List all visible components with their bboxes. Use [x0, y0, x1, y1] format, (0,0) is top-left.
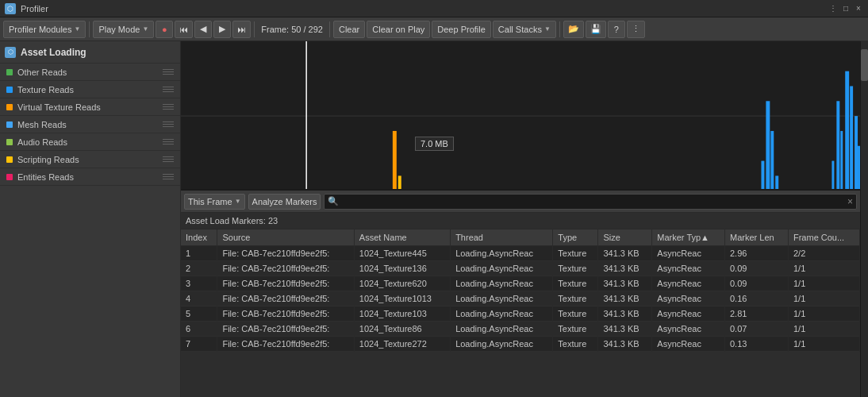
table-row[interactable]: 7File: CAB-7ec210ffd9ee2f5:1024_Texture2…: [181, 337, 860, 352]
table-cell: Loading.AsyncReac: [451, 246, 553, 261]
table-cell: 341.3 KB: [598, 337, 652, 352]
load-button[interactable]: 📂: [563, 21, 584, 38]
col-marker-len: Marker Len: [725, 229, 789, 246]
table-cell: Loading.AsyncReac: [451, 261, 553, 276]
table-row[interactable]: 3File: CAB-7ec210ffd9ee2f5:1024_Texture6…: [181, 276, 860, 291]
title-bar-left: ⬡ Profiler: [5, 3, 48, 14]
chart-scrollbar[interactable]: [860, 41, 868, 397]
legend-item[interactable]: Audio Reads: [0, 133, 180, 151]
table-container[interactable]: Index Source Asset Name Thread Type Size…: [181, 229, 860, 395]
table-cell: File: CAB-7ec210ffd9ee2f5:: [217, 306, 354, 322]
search-clear-icon[interactable]: ×: [847, 196, 853, 207]
table-cell: 1/1: [788, 337, 859, 352]
more-options-button[interactable]: ⋮: [627, 21, 645, 38]
toolbar-sep-3: [329, 21, 330, 37]
table-cell: 2: [181, 261, 217, 276]
legend-item[interactable]: Other Reads: [0, 64, 180, 81]
table-cell: 6: [181, 322, 217, 337]
dropdown-arrow-icon-3: ▼: [544, 25, 551, 33]
table-cell: 0.07: [725, 322, 789, 337]
next-frame-button[interactable]: ▶: [213, 21, 231, 38]
table-cell: File: CAB-7ec210ffd9ee2f5:: [217, 337, 354, 352]
table-cell: 1024_Texture103: [354, 306, 450, 322]
table-cell: AsyncReac: [652, 261, 725, 276]
search-container[interactable]: 🔍 ×: [324, 194, 857, 210]
table-cell: 1024_Texture620: [354, 276, 450, 291]
legend-item[interactable]: Texture Reads: [0, 81, 180, 98]
table-cell: 341.3 KB: [598, 261, 652, 276]
legend-list: Other Reads Texture Reads Virtual Textur…: [0, 64, 180, 186]
chart-container: 7.0 MB This Frame ▼ Analyze Markers 🔍 ×: [181, 41, 860, 397]
frame-selector-dropdown[interactable]: This Frame ▼: [184, 194, 245, 210]
module-header: ⬡ Asset Loading: [0, 41, 180, 64]
search-input[interactable]: [342, 197, 844, 206]
table-cell: File: CAB-7ec210ffd9ee2f5:: [217, 261, 354, 276]
prev-frame-button[interactable]: ◀: [194, 21, 212, 38]
play-mode-dropdown[interactable]: Play Mode ▼: [93, 21, 154, 38]
go-to-end-button[interactable]: ⏭: [232, 21, 251, 38]
table-row[interactable]: 4File: CAB-7ec210ffd9ee2f5:1024_Texture1…: [181, 291, 860, 306]
window-controls[interactable]: ⋮ □ ×: [828, 4, 863, 13]
deep-profile-button[interactable]: Deep Profile: [432, 21, 491, 38]
table-cell: 341.3 KB: [598, 246, 652, 261]
toolbar-sep-4: [559, 21, 560, 37]
maximize-button[interactable]: □: [841, 4, 851, 13]
table-cell: 0.09: [725, 261, 789, 276]
table-cell: Texture: [553, 322, 598, 337]
table-cell: Loading.AsyncReac: [451, 337, 553, 352]
legend-item[interactable]: Entities Reads: [0, 168, 180, 186]
table-cell: Texture: [553, 246, 598, 261]
table-cell: 1024_Texture86: [354, 322, 450, 337]
table-cell: File: CAB-7ec210ffd9ee2f5:: [217, 246, 354, 261]
table-row[interactable]: 6File: CAB-7ec210ffd9ee2f5:1024_Texture8…: [181, 322, 860, 337]
table-cell: 341.3 KB: [598, 306, 652, 322]
col-index: Index: [181, 229, 217, 246]
scrollbar-thumb[interactable]: [861, 49, 868, 81]
legend-color-swatch: [6, 121, 13, 128]
legend-item-label: Entities Reads: [17, 172, 158, 182]
analyze-markers-button[interactable]: Analyze Markers: [248, 194, 321, 210]
record-button[interactable]: ●: [156, 21, 173, 38]
legend-lines: [163, 174, 174, 179]
profiler-modules-dropdown[interactable]: Profiler Modules ▼: [3, 21, 86, 38]
module-header-icon: ⬡: [5, 47, 16, 58]
legend-item[interactable]: Scripting Reads: [0, 151, 180, 168]
table-cell: 1/1: [788, 276, 859, 291]
legend-item-label: Texture Reads: [17, 85, 158, 94]
clear-on-play-button[interactable]: Clear on Play: [367, 21, 430, 38]
toolbar-sep-2: [254, 21, 255, 37]
table-body: 1File: CAB-7ec210ffd9ee2f5:1024_Texture4…: [181, 246, 860, 352]
legend-item-label: Mesh Reads: [17, 120, 158, 129]
legend-lines: [163, 69, 174, 75]
table-row[interactable]: 1File: CAB-7ec210ffd9ee2f5:1024_Texture4…: [181, 246, 860, 261]
table-cell: File: CAB-7ec210ffd9ee2f5:: [217, 276, 354, 291]
table-cell: 7: [181, 337, 217, 352]
legend-color-swatch: [6, 87, 13, 93]
legend-item[interactable]: Mesh Reads: [0, 116, 180, 133]
table-cell: 341.3 KB: [598, 322, 652, 337]
table-cell: 341.3 KB: [598, 276, 652, 291]
legend-lines: [163, 104, 174, 110]
table-cell: 2/2: [788, 246, 859, 261]
save-button[interactable]: 💾: [586, 21, 606, 38]
bottom-panel: This Frame ▼ Analyze Markers 🔍 × Asset L…: [181, 189, 860, 397]
menu-button[interactable]: ⋮: [828, 4, 838, 13]
table-cell: 0.09: [725, 276, 789, 291]
table-cell: 0.13: [725, 337, 789, 352]
help-button[interactable]: ?: [608, 21, 625, 38]
legend-item[interactable]: Virtual Texture Reads: [0, 98, 180, 116]
call-stacks-dropdown[interactable]: Call Stacks ▼: [493, 21, 556, 38]
toolbar-sep-1: [89, 21, 90, 37]
module-section: ⬡ Asset Loading Other Reads Texture Read…: [0, 41, 180, 397]
table-cell: 1024_Texture272: [354, 337, 450, 352]
close-button[interactable]: ×: [854, 4, 863, 13]
clear-button[interactable]: Clear: [333, 21, 365, 38]
col-size: Size: [598, 229, 652, 246]
table-cell: AsyncReac: [652, 291, 725, 306]
table-row[interactable]: 5File: CAB-7ec210ffd9ee2f5:1024_Texture1…: [181, 306, 860, 322]
col-source: Source: [217, 229, 354, 246]
go-to-start-button[interactable]: ⏮: [175, 21, 193, 38]
module-title: Asset Loading: [21, 47, 86, 58]
table-row[interactable]: 2File: CAB-7ec210ffd9ee2f5:1024_Texture1…: [181, 261, 860, 276]
frame-label: Frame: 50 / 292: [258, 25, 326, 34]
